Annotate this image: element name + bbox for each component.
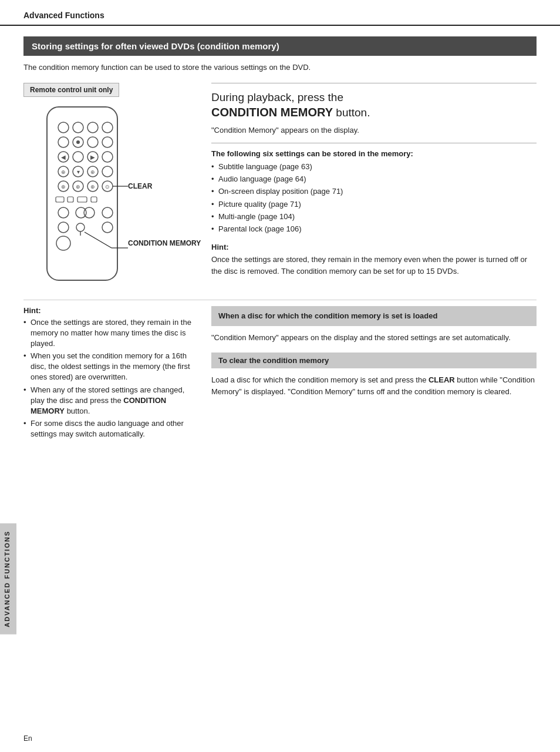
list-item: Once the settings are stored, they remai…	[23, 317, 194, 350]
list-item: On-screen display position (page 71)	[211, 186, 537, 197]
list-item: For some discs the audio language and ot…	[23, 418, 194, 439]
settings-list: Subtitle language (page 63)Audio languag…	[211, 162, 537, 234]
page-title: Advanced Functions	[23, 11, 104, 20]
svg-text:⊕: ⊕	[61, 169, 66, 175]
clear-condition-bar: To clear the condition memory	[211, 352, 537, 368]
svg-text:⊕: ⊕	[61, 184, 66, 190]
bottom-two-col: Hint: Once the settings are stored, they…	[23, 306, 537, 448]
svg-text:▾: ▾	[77, 169, 80, 175]
hint-left-list: Once the settings are stored, they remai…	[23, 317, 194, 440]
svg-text:⊙: ⊙	[105, 184, 110, 190]
list-item: When any of the stored settings are chan…	[23, 385, 194, 417]
when-disc-bar: When a disc for which the condition memo…	[211, 306, 537, 326]
hint-right-text: Once the settings are stored, they remai…	[211, 254, 537, 277]
section-divider	[23, 300, 537, 300]
svg-text:⊕: ⊕	[76, 184, 80, 190]
clear-label: CLEAR	[128, 182, 152, 190]
list-item: When you set the condition memory for a …	[23, 351, 194, 383]
svg-text:⊕: ⊕	[90, 184, 95, 190]
side-tab: ADVANCED FUNCTIONS	[0, 523, 16, 634]
condition-memory-label: CONDITION MEMORY	[128, 239, 201, 249]
six-settings-title: The following six settings can be stored…	[211, 149, 537, 158]
when-disc-text: "Condition Memory" appears on the displa…	[211, 332, 537, 344]
svg-text:⊕: ⊕	[90, 169, 95, 175]
intro-text: The condition memory function can be use…	[23, 62, 537, 73]
remote-badge: Remote control unit only	[23, 83, 119, 97]
list-item: Picture quality (page 71)	[211, 199, 537, 210]
hint-right-title: Hint:	[211, 243, 537, 251]
list-item: Multi-angle (page 104)	[211, 212, 537, 222]
bottom-left: Hint: Once the settings are stored, they…	[23, 306, 194, 448]
bottom-right: When a disc for which the condition memo…	[211, 306, 537, 448]
playback-title: During playback, press the CONDITION MEM…	[211, 90, 537, 120]
remote-svg: ◀ ▶ ⊕ ▾	[23, 104, 141, 288]
left-col: Remote control unit only	[23, 83, 194, 288]
playback-section: During playback, press the CONDITION MEM…	[211, 83, 537, 136]
list-item: Subtitle language (page 63)	[211, 162, 537, 172]
section-title: Storing settings for often viewed DVDs (…	[23, 36, 537, 56]
playback-sub: "Condition Memory" appears on the displa…	[211, 125, 537, 136]
page-container: Advanced Functions Storing settings for …	[0, 0, 560, 752]
hint-left-title: Hint:	[23, 306, 194, 315]
divider-1	[211, 143, 537, 143]
right-col: During playback, press the CONDITION MEM…	[211, 83, 537, 277]
clear-condition-text: Load a disc for which the condition memo…	[211, 374, 537, 397]
list-item: Audio language (page 64)	[211, 174, 537, 184]
top-header: Advanced Functions	[0, 0, 560, 26]
svg-text:▶: ▶	[90, 154, 95, 160]
svg-point-7	[76, 140, 80, 144]
page-number: En	[23, 734, 32, 743]
svg-text:◀: ◀	[61, 154, 66, 160]
list-item: Parental lock (page 106)	[211, 224, 537, 234]
remote-wrapper: ◀ ▶ ⊕ ▾	[23, 104, 194, 288]
main-content: Storing settings for often viewed DVDs (…	[0, 36, 560, 448]
top-two-col: Remote control unit only	[23, 83, 537, 288]
